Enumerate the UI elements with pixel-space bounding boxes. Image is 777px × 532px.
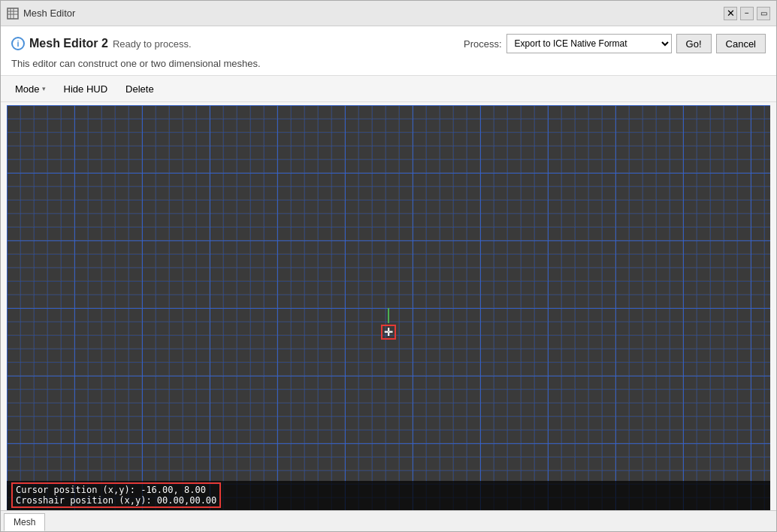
title-bar: Mesh Editor ✕ − ▭: [1, 1, 776, 26]
close-icon[interactable]: ✕: [724, 7, 737, 20]
mode-dropdown-arrow: ▾: [42, 85, 46, 92]
header-section: i Mesh Editor 2 Ready to process. Proces…: [1, 26, 776, 76]
delete-button[interactable]: Delete: [117, 79, 162, 98]
header-title: i Mesh Editor 2 Ready to process.: [11, 37, 192, 50]
crosshair-position-text: Crosshair position (x,y): 00.00,00.00: [16, 495, 216, 506]
canvas-container[interactable]: ✛ Cursor position (x,y): -16.00, 8.00 Cr…: [7, 105, 770, 510]
mesh-canvas[interactable]: ✛ Cursor position (x,y): -16.00, 8.00 Cr…: [7, 105, 770, 510]
app-icon: [7, 8, 19, 20]
process-select[interactable]: Export to ICE Native Format: [506, 34, 672, 53]
status-border: Cursor position (x,y): -16.00, 8.00 Cros…: [11, 482, 221, 508]
tab-mesh[interactable]: Mesh: [4, 513, 45, 531]
crosshair-cursor: ✛: [381, 325, 396, 340]
restore-icon[interactable]: ▭: [757, 7, 770, 20]
window-title: Mesh Editor: [23, 8, 719, 19]
tab-bar: Mesh: [1, 510, 776, 531]
process-label: Process:: [464, 38, 502, 50]
main-window: Mesh Editor ✕ − ▭ i Mesh Editor 2 Ready …: [0, 0, 777, 532]
header-top: i Mesh Editor 2 Ready to process. Proces…: [11, 34, 766, 53]
info-icon: i: [11, 37, 25, 50]
toolbar: Mode ▾ Hide HUD Delete: [1, 76, 776, 102]
minimize-icon[interactable]: −: [740, 7, 754, 20]
cancel-button[interactable]: Cancel: [716, 34, 766, 53]
canvas-status: Cursor position (x,y): -16.00, 8.00 Cros…: [7, 481, 770, 510]
svg-rect-0: [8, 8, 18, 19]
cursor-position-text: Cursor position (x,y): -16.00, 8.00: [16, 485, 216, 495]
process-controls: Process: Export to ICE Native Format Go!…: [464, 34, 766, 53]
editor-title: Mesh Editor 2: [29, 37, 108, 50]
go-button[interactable]: Go!: [676, 34, 712, 53]
crosshair-cross-icon: ✛: [384, 326, 393, 338]
hide-hud-button[interactable]: Hide HUD: [56, 79, 116, 98]
ready-status: Ready to process.: [113, 38, 192, 50]
window-controls: ✕ − ▭: [724, 7, 770, 20]
crosshair-green-line: [388, 308, 389, 323]
crosshair-box: ✛: [381, 325, 396, 340]
description-text: This editor can construct one or two dim…: [11, 58, 766, 69]
mode-menu-button[interactable]: Mode ▾: [7, 79, 54, 98]
